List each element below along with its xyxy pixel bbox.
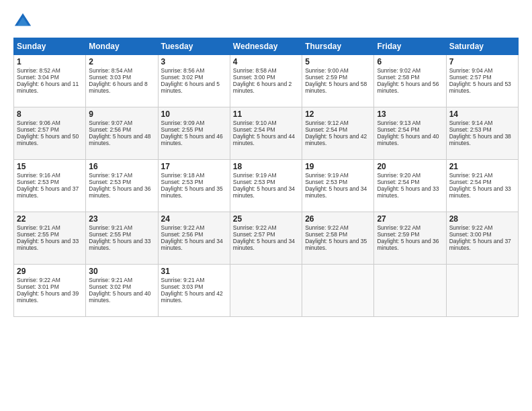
daylight: Daylight: 5 hours and 35 minutes. [305,238,367,251]
day-number: 22 [17,214,83,224]
cell-1-2: 10Sunrise: 9:09 AMSunset: 2:55 PMDayligh… [158,107,230,160]
cell-4-3 [230,265,302,317]
daylight: Daylight: 5 hours and 34 minutes. [233,185,295,199]
cell-4-0: 29Sunrise: 9:22 AMSunset: 3:01 PMDayligh… [14,265,86,317]
cell-3-0: 22Sunrise: 9:21 AMSunset: 2:55 PMDayligh… [14,212,86,265]
sunset: Sunset: 3:02 PM [89,283,131,290]
sunset: Sunset: 2:57 PM [17,126,59,133]
sunrise: Sunrise: 9:19 AM [305,172,349,179]
daylight: Daylight: 5 hours and 40 minutes. [89,290,150,304]
day-number: 9 [89,109,154,119]
day-number: 24 [161,214,227,224]
day-number: 14 [449,109,515,119]
day-number: 2 [89,57,154,66]
col-sunday: Sunday [14,38,86,55]
day-number: 3 [161,57,227,66]
sunrise: Sunrise: 9:21 AM [161,277,205,283]
sunset: Sunset: 2:59 PM [377,231,419,238]
sunset: Sunset: 2:57 PM [449,74,492,81]
daylight: Daylight: 5 hours and 53 minutes. [449,81,511,94]
cell-0-5: 6Sunrise: 9:02 AMSunset: 2:58 PMDaylight… [374,55,446,107]
cell-0-0: 1Sunrise: 8:52 AMSunset: 3:04 PMDaylight… [14,55,86,107]
daylight: Daylight: 5 hours and 39 minutes. [17,290,79,304]
daylight: Daylight: 5 hours and 36 minutes. [377,238,439,251]
sunset: Sunset: 2:54 PM [449,179,492,185]
sunset: Sunset: 3:00 PM [233,74,275,81]
cell-1-4: 12Sunrise: 9:12 AMSunset: 2:54 PMDayligh… [302,107,374,160]
day-number: 30 [89,267,154,276]
day-number: 27 [377,214,443,224]
col-saturday: Saturday [446,38,518,55]
sunrise: Sunrise: 8:54 AM [89,67,132,74]
cell-2-6: 21Sunrise: 9:21 AMSunset: 2:54 PMDayligh… [446,160,518,212]
cell-0-6: 7Sunrise: 9:04 AMSunset: 2:57 PMDaylight… [446,55,518,107]
sunrise: Sunrise: 9:21 AM [89,224,132,231]
col-friday: Friday [374,38,446,55]
day-number: 16 [89,162,154,171]
sunrise: Sunrise: 9:21 AM [89,277,132,283]
sunset: Sunset: 3:03 PM [161,283,204,290]
sunset: Sunset: 3:01 PM [17,283,59,290]
sunset: Sunset: 2:54 PM [377,179,419,185]
cell-0-1: 2Sunrise: 8:54 AMSunset: 3:03 PMDaylight… [86,55,158,107]
cell-1-6: 14Sunrise: 9:14 AMSunset: 2:53 PMDayligh… [446,107,518,160]
day-number: 7 [449,57,515,66]
day-number: 18 [233,162,299,171]
daylight: Daylight: 5 hours and 44 minutes. [233,133,295,146]
daylight: Daylight: 6 hours and 2 minutes. [233,81,292,94]
logo [13,12,35,31]
daylight: Daylight: 5 hours and 50 minutes. [17,133,79,146]
calendar-table: Sunday Monday Tuesday Wednesday Thursday… [13,38,519,317]
sunrise: Sunrise: 9:13 AM [377,120,420,126]
week-row-4: 29Sunrise: 9:22 AMSunset: 3:01 PMDayligh… [14,265,519,317]
sunset: Sunset: 2:55 PM [161,126,204,133]
daylight: Daylight: 6 hours and 5 minutes. [161,81,220,94]
daylight: Daylight: 5 hours and 38 minutes. [449,133,511,146]
day-number: 4 [233,57,299,66]
sunset: Sunset: 2:56 PM [89,126,131,133]
cell-2-1: 16Sunrise: 9:17 AMSunset: 2:53 PMDayligh… [86,160,158,212]
sunrise: Sunrise: 9:21 AM [449,172,493,179]
sunrise: Sunrise: 9:02 AM [377,67,420,74]
sunrise: Sunrise: 8:52 AM [17,67,60,74]
sunrise: Sunrise: 9:07 AM [89,120,132,126]
daylight: Daylight: 5 hours and 37 minutes. [17,185,79,199]
cell-1-5: 13Sunrise: 9:13 AMSunset: 2:54 PMDayligh… [374,107,446,160]
sunrise: Sunrise: 9:22 AM [377,224,420,231]
header-row: Sunday Monday Tuesday Wednesday Thursday… [14,38,519,55]
daylight: Daylight: 5 hours and 34 minutes. [305,185,367,199]
daylight: Daylight: 5 hours and 46 minutes. [161,133,223,146]
sunrise: Sunrise: 9:22 AM [161,224,205,231]
sunrise: Sunrise: 8:56 AM [161,67,205,74]
cell-0-4: 5Sunrise: 9:00 AMSunset: 2:59 PMDaylight… [302,55,374,107]
sunset: Sunset: 2:54 PM [233,126,275,133]
sunrise: Sunrise: 9:22 AM [305,224,349,231]
cell-3-4: 26Sunrise: 9:22 AMSunset: 2:58 PMDayligh… [302,212,374,265]
cell-4-6 [446,265,518,317]
sunset: Sunset: 2:58 PM [377,74,419,81]
cell-4-4 [302,265,374,317]
cell-3-2: 24Sunrise: 9:22 AMSunset: 2:56 PMDayligh… [158,212,230,265]
cell-3-3: 25Sunrise: 9:22 AMSunset: 2:57 PMDayligh… [230,212,302,265]
page: Sunday Monday Tuesday Wednesday Thursday… [0,0,532,411]
sunrise: Sunrise: 9:09 AM [161,120,205,126]
day-number: 19 [305,162,371,171]
calendar-body: 1Sunrise: 8:52 AMSunset: 3:04 PMDaylight… [14,55,519,317]
sunrise: Sunrise: 9:21 AM [17,224,60,231]
cell-2-4: 19Sunrise: 9:19 AMSunset: 2:53 PMDayligh… [302,160,374,212]
col-thursday: Thursday [302,38,374,55]
daylight: Daylight: 5 hours and 33 minutes. [89,238,150,251]
sunrise: Sunrise: 9:22 AM [233,224,277,231]
week-row-0: 1Sunrise: 8:52 AMSunset: 3:04 PMDaylight… [14,55,519,107]
cell-4-2: 31Sunrise: 9:21 AMSunset: 3:03 PMDayligh… [158,265,230,317]
sunset: Sunset: 2:58 PM [305,231,347,238]
sunset: Sunset: 3:00 PM [449,231,492,238]
cell-3-6: 28Sunrise: 9:22 AMSunset: 3:00 PMDayligh… [446,212,518,265]
sunrise: Sunrise: 9:17 AM [89,172,132,179]
week-row-3: 22Sunrise: 9:21 AMSunset: 2:55 PMDayligh… [14,212,519,265]
day-number: 23 [89,214,154,224]
daylight: Daylight: 5 hours and 42 minutes. [161,290,223,304]
daylight: Daylight: 5 hours and 36 minutes. [89,185,150,199]
cell-2-3: 18Sunrise: 9:19 AMSunset: 2:53 PMDayligh… [230,160,302,212]
col-tuesday: Tuesday [158,38,230,55]
